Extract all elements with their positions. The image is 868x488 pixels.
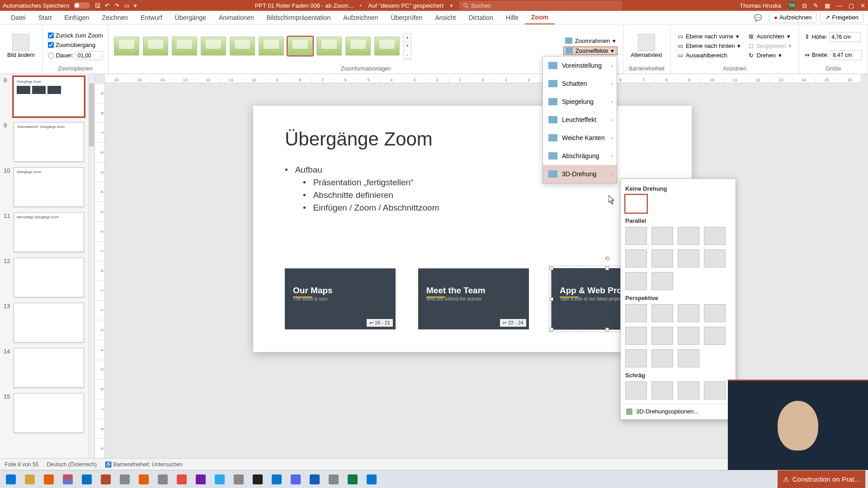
rot-parallel-6[interactable] — [651, 249, 673, 267]
zoom-card-1[interactable]: Our Maps The world is ours ↩ 18 - 21 — [285, 268, 396, 329]
titlebar-icon-2[interactable]: ✎ — [813, 2, 818, 9]
tab-animationen[interactable]: Animationen — [212, 11, 260, 24]
selection-handle[interactable] — [550, 297, 553, 301]
rot-parallel-5[interactable] — [625, 249, 647, 267]
selection-handle[interactable] — [605, 328, 609, 331]
rot-persp-8[interactable] — [704, 327, 726, 345]
zoom-style-4[interactable] — [201, 37, 226, 56]
taskbar-app-14[interactable] — [250, 472, 266, 487]
tab-uebergaenge[interactable]: Übergänge — [169, 11, 212, 24]
zoom-frame-button[interactable]: Zoomrahmen ▾ — [563, 37, 618, 45]
tab-ueberpruefen[interactable]: Überprüfen — [384, 11, 429, 24]
rot-obl-2[interactable] — [651, 381, 673, 399]
accessibility-check[interactable]: ♿ Barrierefreiheit: Untersuchen — [105, 461, 183, 468]
taskbar-edge[interactable] — [363, 472, 380, 487]
taskbar-onenote[interactable] — [193, 472, 209, 487]
rot-persp-9[interactable] — [625, 349, 647, 367]
rot-persp-10[interactable] — [651, 349, 673, 367]
save-icon[interactable]: 🖫 — [94, 2, 100, 9]
rot-persp-3[interactable] — [678, 304, 699, 322]
taskbar-vlc[interactable] — [136, 472, 152, 487]
tab-datei[interactable]: Datei — [5, 11, 32, 24]
rot-parallel-2[interactable] — [651, 227, 673, 245]
fx-3drotation[interactable]: 3D-Drehung› — [543, 165, 617, 183]
fx-reflection[interactable]: Spiegelung› — [543, 93, 617, 111]
bring-forward-button[interactable]: ▭ Ebene nach vorne ▾ — [676, 33, 742, 40]
zoom-style-8[interactable] — [316, 37, 342, 56]
rot-persp-6[interactable] — [651, 327, 673, 345]
tab-dictation[interactable]: Dictation — [462, 11, 499, 24]
back-to-zoom-checkbox[interactable]: Zurück zum Zoom — [48, 32, 103, 39]
group-button[interactable]: ⊡ Gruppieren ▾ — [747, 42, 793, 50]
rot-parallel-3[interactable] — [678, 227, 699, 245]
zoom-style-6[interactable] — [259, 37, 284, 56]
align-button[interactable]: ⊞ Ausrichten ▾ — [747, 33, 793, 40]
taskbar-app-18[interactable] — [326, 472, 342, 487]
selection-handle[interactable] — [550, 267, 553, 270]
taskbar-excel[interactable] — [344, 472, 361, 487]
rot-obl-1[interactable] — [625, 381, 647, 399]
rot-persp-11[interactable] — [678, 349, 699, 367]
zoom-style-7[interactable] — [288, 37, 313, 56]
rot-none[interactable] — [625, 195, 647, 213]
gallery-scroll[interactable]: ▴▾⌄ — [403, 33, 411, 59]
height-input[interactable] — [829, 32, 861, 42]
rot-parallel-4[interactable] — [704, 227, 726, 245]
slide-thumb-11[interactable]: 11Mehrstufige Übergänge Zoom — [0, 210, 94, 255]
taskbar-firefox[interactable] — [41, 472, 57, 487]
slide-thumb-10[interactable]: 10Übergänge Zoom — [0, 164, 94, 210]
rot-parallel-10[interactable] — [651, 272, 673, 290]
fx-glow[interactable]: Leuchteffekt› — [543, 111, 617, 129]
notification-toast[interactable]: ⚠ Construction on Prat... — [778, 470, 865, 488]
rotate-handle-icon[interactable]: ⟲ — [604, 255, 610, 262]
fx-bevel[interactable]: Abschrägung› — [543, 147, 617, 165]
rot-parallel-9[interactable] — [625, 272, 647, 290]
slide-thumb-15[interactable]: 15 — [0, 390, 94, 436]
tab-einfuegen[interactable]: Einfügen — [58, 11, 95, 24]
user-avatar[interactable]: TH — [788, 1, 796, 9]
fx-softedges[interactable]: Weiche Kanten› — [543, 129, 617, 147]
rotation-options-link[interactable]: 3D-Drehungsoptionen... — [625, 404, 731, 417]
rot-parallel-7[interactable] — [678, 249, 699, 267]
comments-icon[interactable]: 💬 — [750, 12, 765, 23]
change-image-button[interactable]: Bild ändern — [5, 32, 37, 60]
tab-zeichnen[interactable]: Zeichnen — [96, 11, 135, 24]
qat-from-start-icon[interactable]: ▭ — [124, 2, 129, 9]
qat-more-icon[interactable]: ▾ — [134, 2, 137, 9]
taskbar-word[interactable] — [307, 472, 323, 487]
rot-persp-7[interactable] — [678, 327, 699, 345]
language[interactable]: Deutsch (Österreich) — [47, 461, 97, 468]
slide-thumb-14[interactable]: 14 — [0, 345, 94, 390]
slide-thumb-8[interactable]: 8Übergänge Zoom — [0, 74, 94, 119]
zoom-style-10[interactable] — [374, 37, 400, 56]
slide-thumb-13[interactable]: 13 — [0, 300, 94, 345]
taskbar-app-7[interactable] — [117, 472, 133, 487]
zoom-effects-button[interactable]: Zoomeffekte ▾ — [563, 47, 618, 55]
taskbar-app-15[interactable] — [269, 472, 285, 487]
close-icon[interactable]: ✕ — [860, 2, 865, 9]
taskbar-app-9[interactable] — [155, 472, 171, 487]
rot-parallel-8[interactable] — [704, 249, 726, 267]
rot-persp-4[interactable] — [704, 304, 726, 322]
zoom-style-9[interactable] — [345, 37, 371, 56]
taskbar-app-16[interactable] — [288, 472, 304, 487]
zoom-style-gallery[interactable]: ▴▾⌄ — [114, 33, 558, 59]
share-button[interactable]: ↗Freigeben — [820, 12, 863, 23]
record-button[interactable]: ●Aufzeichnen — [769, 12, 816, 23]
taskbar-outlook[interactable] — [79, 472, 95, 487]
zoom-style-2[interactable] — [143, 37, 168, 56]
redo-icon[interactable]: ↷ — [114, 2, 119, 9]
tab-bildschirm[interactable]: Bildschirmpräsentation — [260, 11, 337, 24]
search-box[interactable]: Suchen — [459, 1, 622, 10]
send-backward-button[interactable]: ▭ Ebene nach hinten ▾ — [676, 42, 742, 50]
duration-input[interactable] — [75, 51, 103, 60]
zoom-style-3[interactable] — [172, 37, 197, 56]
taskbar-app-13[interactable] — [231, 472, 247, 487]
rot-obl-3[interactable] — [678, 381, 699, 399]
autosave-toggle[interactable] — [74, 2, 90, 9]
titlebar-icon-3[interactable]: ▦ — [825, 2, 830, 9]
zoom-style-5[interactable] — [230, 37, 255, 56]
selection-pane-button[interactable]: ▭ Auswahlbereich — [676, 52, 742, 59]
tab-hilfe[interactable]: Hilfe — [500, 11, 525, 24]
rot-obl-4[interactable] — [704, 381, 726, 399]
